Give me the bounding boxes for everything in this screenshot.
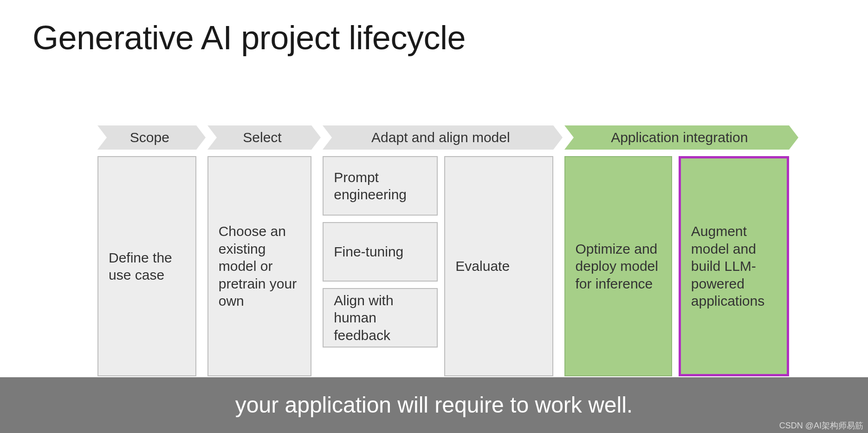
card-prompt-engineering-label: Prompt engineering [334,169,427,203]
phase-app-header: Application integration [564,125,789,150]
phase-select: Select Choose an existing model or pretr… [207,125,312,376]
phase-adapt-header-label: Adapt and align model [371,130,510,145]
card-evaluate-label: Evaluate [455,257,510,275]
card-choose-model: Choose an existing model or pretrain you… [207,156,312,376]
card-define-use-case-label: Define the use case [109,249,185,284]
card-evaluate: Evaluate [444,156,553,376]
phase-app-integration: Application integration Optimize and dep… [564,125,789,376]
card-augment-build-apps: Augment model and build LLM-powered appl… [679,156,789,376]
phase-select-header: Select [207,125,312,150]
phase-adapt: Adapt and align model Prompt engineering… [323,125,553,376]
card-choose-model-label: Choose an existing model or pretrain you… [219,223,301,310]
page-title: Generative AI project lifecycle [32,19,466,57]
card-fine-tuning: Fine-tuning [323,222,438,282]
card-optimize-deploy: Optimize and deploy model for inference [564,156,672,376]
caption-text: your application will require to work we… [235,392,633,418]
card-fine-tuning-label: Fine-tuning [334,243,403,261]
card-optimize-deploy-label: Optimize and deploy model for inference [576,240,661,293]
phase-app-header-label: Application integration [611,130,748,145]
adapt-left-column: Prompt engineering Fine-tuning Align wit… [323,156,438,376]
watermark: CSDN @AI架构师易筋 [779,420,863,431]
lifecycle-row: Scope Define the use case Select Choose … [97,125,789,376]
card-align-human-feedback: Align with human feedback [323,288,438,348]
card-align-human-feedback-label: Align with human feedback [334,292,427,344]
phase-adapt-header: Adapt and align model [323,125,553,150]
slide-root: Generative AI project lifecycle Scope De… [0,0,868,433]
caption-bar: your application will require to work we… [0,377,868,433]
phase-scope-header: Scope [97,125,196,150]
card-augment-build-apps-label: Augment model and build LLM-powered appl… [691,223,777,310]
phase-scope: Scope Define the use case [97,125,196,376]
card-prompt-engineering: Prompt engineering [323,156,438,216]
card-define-use-case: Define the use case [97,156,196,376]
phase-select-header-label: Select [243,130,281,145]
phase-scope-header-label: Scope [130,130,169,145]
